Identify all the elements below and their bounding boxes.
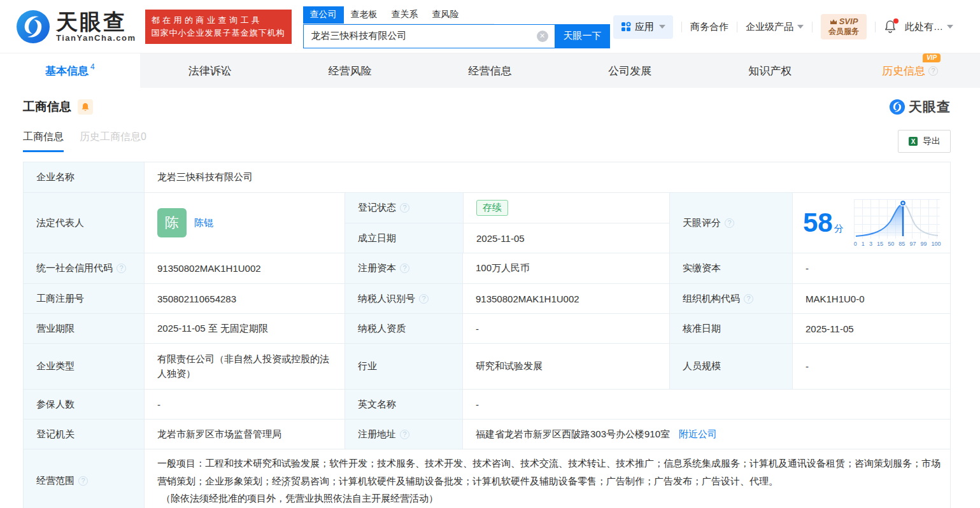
- term-value: 2025-11-05 至 无固定期限: [144, 314, 344, 343]
- status-badge: 存续: [476, 200, 508, 216]
- subtab-history-business-info[interactable]: 历史工商信息0: [80, 131, 146, 152]
- org-code-label-cell: 组织机构代码 ?: [669, 284, 792, 313]
- search-area: 查公司 查老板 查关系 查风险 × 天眼一下: [303, 5, 610, 48]
- table-row: 参保人数 - 英文名称 -: [24, 389, 950, 419]
- score-cell: 58 分: [792, 193, 950, 253]
- legal-rep-link[interactable]: 陈锟: [194, 217, 213, 229]
- establish-date-value: 2025-11-05: [463, 223, 669, 253]
- slogan-line2: 国家中小企业发展子基金旗下机构: [152, 27, 285, 39]
- help-icon[interactable]: ?: [117, 264, 126, 273]
- tab-operating-info[interactable]: 经营信息: [420, 53, 560, 88]
- nav-enterprise-products[interactable]: 企业级产品: [746, 21, 804, 33]
- subtab-business-info[interactable]: 工商信息: [23, 131, 64, 152]
- table-row: 统一社会信用代码 ? 91350802MAK1H1U002 注册资本 ? 100…: [24, 253, 950, 283]
- watermark-logo-icon: [889, 99, 905, 115]
- help-icon[interactable]: ?: [400, 264, 409, 273]
- taxpayer-quality-label: 纳税人资质: [344, 314, 462, 343]
- apps-button[interactable]: 应用: [613, 15, 673, 39]
- org-code-label: 组织机构代码: [683, 293, 740, 305]
- tab-basic-info-label: 基本信息: [45, 64, 89, 78]
- tick: 85: [898, 241, 905, 247]
- search-button[interactable]: 天眼一下: [555, 24, 610, 48]
- reg-capital-value: 100万人民币: [462, 253, 669, 283]
- tab-history-info[interactable]: 历史信息 VIP ?: [840, 53, 980, 88]
- tianyancha-logo[interactable]: 天眼查 TianYanCha.com: [15, 9, 136, 45]
- help-icon[interactable]: ?: [419, 294, 429, 304]
- scope-text: 一般项目：工程和技术研究和试验发展；软件开发；技术服务、技术开发、技术咨询、技术…: [157, 455, 942, 490]
- company-type-text: 有限责任公司（非自然人投资或控股的法人独资）: [157, 352, 337, 381]
- nearby-companies-link[interactable]: 附近公司: [679, 428, 717, 441]
- svip-button[interactable]: SVIP 会员服务: [821, 14, 867, 39]
- help-icon[interactable]: ?: [744, 294, 753, 304]
- tab-company-development[interactable]: 公司发展: [560, 53, 700, 88]
- term-label: 营业期限: [24, 314, 144, 343]
- tab-basic-info[interactable]: 基本信息 4: [0, 53, 140, 88]
- scope-note: （除依法须经批准的项目外，凭营业执照依法自主开展经营活动）: [157, 490, 438, 507]
- search-tab-boss[interactable]: 查老板: [344, 6, 385, 24]
- table-row: 营业期限 2025-11-05 至 无固定期限 纳税人资质 - 核准日期 202…: [24, 313, 950, 343]
- caret-down-icon: [659, 25, 665, 29]
- reg-capital-label-cell: 注册资本 ?: [344, 253, 462, 283]
- help-icon[interactable]: ?: [78, 476, 88, 486]
- company-name-value: 龙岩三快科技有限公司: [144, 162, 950, 192]
- english-name-label: 英文名称: [344, 390, 462, 419]
- divider: [737, 22, 737, 32]
- help-icon[interactable]: ?: [400, 203, 409, 213]
- help-icon[interactable]: ?: [725, 218, 734, 228]
- tick: 3: [869, 241, 872, 247]
- crown-icon: [830, 18, 837, 25]
- notification-bell-icon[interactable]: [884, 20, 897, 34]
- taxpayer-id-label-cell: 纳税人识别号 ?: [344, 284, 462, 313]
- section-header: 工商信息 天眼查: [23, 98, 951, 116]
- user-menu[interactable]: 此处有…: [905, 21, 953, 33]
- company-type-value: 有限责任公司（非自然人投资或控股的法人独资）: [144, 344, 344, 389]
- address-label: 注册地址: [358, 428, 396, 441]
- subscribe-bell-icon[interactable]: [78, 99, 93, 115]
- paid-capital-label: 实缴资本: [669, 253, 792, 283]
- tab-basic-info-count: 4: [90, 62, 95, 71]
- logo-text: 天眼查 TianYanCha.com: [56, 10, 136, 43]
- address-value: 福建省龙岩市新罗区西陂路303号办公楼910室: [476, 428, 670, 441]
- divider: [875, 22, 876, 32]
- export-button[interactable]: X 导出: [898, 130, 951, 153]
- uscc-value: 91350802MAK1H1U002: [144, 253, 344, 283]
- uscc-label-cell: 统一社会信用代码 ?: [24, 253, 144, 283]
- apps-label: 应用: [635, 21, 654, 33]
- main-tab-bar: 基本信息 4 法律诉讼 经营风险 经营信息 公司发展 知识产权 历史信息 VIP…: [0, 53, 980, 88]
- nav-business-cooperation-label: 商务合作: [690, 21, 728, 33]
- search-tab-relation[interactable]: 查关系: [385, 6, 425, 24]
- org-code-value: MAK1H1U0-0: [792, 284, 950, 313]
- score-value: 58: [803, 209, 833, 236]
- search-tab-company[interactable]: 查公司: [303, 6, 344, 24]
- approval-date-value: 2025-11-05: [792, 314, 950, 343]
- tab-operating-risk[interactable]: 经营风险: [280, 53, 420, 88]
- status-date-group: 登记状态 ? 存续 成立日期 2025-11-05: [344, 193, 669, 253]
- notification-dot: [893, 18, 898, 24]
- search-input[interactable]: [303, 24, 555, 48]
- score-distribution-chart: 0 1 3 15 50 85 97 99 100: [854, 199, 941, 247]
- search-clear-icon[interactable]: ×: [537, 31, 548, 42]
- tab-operating-risk-label: 经营风险: [329, 64, 372, 78]
- tab-legal-proceedings[interactable]: 法律诉讼: [140, 53, 280, 88]
- slogan-line1: 都在用的商业查询工具: [152, 14, 285, 27]
- search-tab-risk[interactable]: 查风险: [425, 6, 466, 24]
- business-info-table: 企业名称 龙岩三快科技有限公司 法定代表人 陈 陈锟 登记状态 ?: [23, 162, 951, 508]
- tab-company-development-label: 公司发展: [608, 64, 651, 78]
- score-curve: [854, 199, 940, 239]
- search-row: × 天眼一下: [303, 24, 610, 48]
- nav-business-cooperation[interactable]: 商务合作: [690, 21, 728, 33]
- help-icon[interactable]: ?: [400, 430, 409, 439]
- section-title: 工商信息: [23, 99, 71, 115]
- content: 工商信息 天眼查 工商信息 历史工商信息: [0, 98, 980, 508]
- help-icon[interactable]: ?: [928, 66, 938, 76]
- tab-intellectual-property[interactable]: 知识产权: [700, 53, 840, 88]
- paid-capital-value: -: [792, 253, 950, 283]
- apps-grid-icon: [621, 22, 631, 32]
- score-unit: 分: [834, 223, 844, 235]
- staff-size-label: 人员规模: [669, 344, 792, 389]
- tick: 97: [909, 241, 916, 247]
- tick: 100: [932, 241, 941, 247]
- tab-intellectual-property-label: 知识产权: [748, 64, 792, 78]
- chart-x-ticks: 0 1 3 15 50 85 97 99 100: [854, 241, 941, 247]
- english-name-value: -: [462, 390, 950, 419]
